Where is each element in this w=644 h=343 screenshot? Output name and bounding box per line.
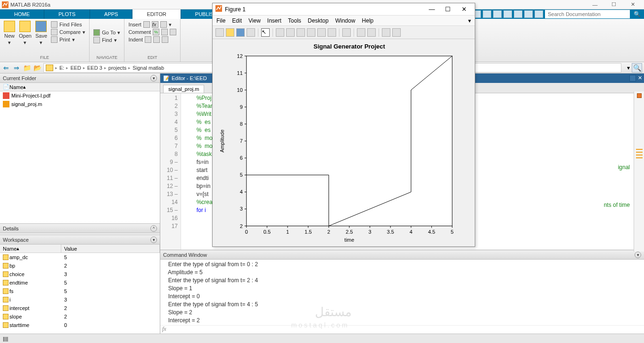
m-file-icon <box>3 101 9 107</box>
maximize-button[interactable]: ☐ <box>604 0 623 9</box>
menu-view[interactable]: View <box>248 17 261 24</box>
search-path-icon[interactable]: 🔍 <box>632 63 642 73</box>
pan-icon[interactable] <box>297 28 305 37</box>
insert-button[interactable]: Insert fx▾ <box>128 21 176 28</box>
legend-icon[interactable] <box>367 28 376 37</box>
ws-name-col[interactable]: Name ▴ <box>0 245 61 253</box>
tab-editor[interactable]: EDITOR <box>132 9 181 19</box>
print-button[interactable]: Print ▾ <box>51 36 85 43</box>
help-icon[interactable] <box>524 10 533 18</box>
open-button[interactable]: Open▾ <box>19 21 32 46</box>
open-figure-icon[interactable] <box>226 28 234 37</box>
tab-plots[interactable]: PLOTS <box>44 9 90 19</box>
print-figure-icon[interactable] <box>247 28 255 37</box>
goto-button[interactable]: Go To ▾ <box>93 29 120 36</box>
copy-icon[interactable] <box>483 10 491 18</box>
new-button[interactable]: New▾ <box>4 21 15 46</box>
minimize-button[interactable]: — <box>586 0 604 9</box>
figure-title: Figure 1 <box>225 6 424 13</box>
file-item[interactable]: signal_proj.m <box>0 100 160 108</box>
svg-text:8: 8 <box>240 121 243 127</box>
menu-dropdown-icon[interactable]: ▾ <box>468 17 471 24</box>
workspace-row[interactable]: fs5 <box>0 287 160 295</box>
svg-text:2.5: 2.5 <box>346 229 353 235</box>
tab-apps[interactable]: APPS <box>90 9 132 19</box>
save-button[interactable]: Save▾ <box>35 21 47 46</box>
up-folder-icon[interactable]: 📁 <box>23 64 31 72</box>
hide-tools-icon[interactable] <box>382 28 390 37</box>
rotate-icon[interactable] <box>307 28 315 37</box>
brush-icon[interactable] <box>328 28 336 37</box>
workspace-row[interactable]: endtime5 <box>0 278 160 287</box>
panel-expand-icon[interactable]: ^ <box>150 225 157 232</box>
datatip-icon[interactable] <box>317 28 326 37</box>
matlab-icon <box>2 1 8 8</box>
workspace-row[interactable]: amp_dc5 <box>0 253 160 261</box>
svg-text:5: 5 <box>240 172 243 178</box>
workspace-row[interactable]: slope2 <box>0 312 160 321</box>
workspace-row[interactable]: intercept2 <box>0 304 160 312</box>
dropdown-icon[interactable]: ▾ <box>627 65 630 71</box>
save-figure-icon[interactable] <box>236 28 245 37</box>
menu-file[interactable]: File <box>216 17 225 24</box>
dock-icon[interactable] <box>392 28 401 37</box>
editor-close-icon[interactable]: ✕ <box>638 75 642 82</box>
menu-insert[interactable]: Insert <box>267 17 281 24</box>
busy-indicator-icon: |||| <box>3 336 8 342</box>
panel-menu-icon[interactable]: ▾ <box>635 252 641 258</box>
svg-text:2: 2 <box>240 223 243 229</box>
menu-tools[interactable]: Tools <box>288 17 301 24</box>
workspace-row[interactable]: bp2 <box>0 261 160 270</box>
name-column-header[interactable]: 📄 Name ▴ <box>0 83 160 91</box>
figure-window[interactable]: Figure 1 — ☐ ✕ File Edit View Insert Too… <box>212 3 475 247</box>
browse-icon[interactable]: 📂 <box>33 64 41 72</box>
comment-button[interactable]: Comment % <box>128 28 176 36</box>
svg-text:2: 2 <box>327 229 330 235</box>
menu-help[interactable]: Help <box>362 17 374 24</box>
svg-text:0.5: 0.5 <box>264 229 271 235</box>
menu-edit[interactable]: Edit <box>232 17 242 24</box>
new-figure-icon[interactable] <box>215 28 224 37</box>
pointer-icon[interactable]: ↖ <box>261 28 270 37</box>
menu-desktop[interactable]: Desktop <box>308 17 329 24</box>
tab-home[interactable]: HOME <box>0 9 44 19</box>
ws-value-col[interactable]: Value <box>61 245 160 253</box>
compare-button[interactable]: Compare ▾ <box>51 28 85 36</box>
workspace-row[interactable]: i3 <box>0 295 160 304</box>
zoom-out-icon[interactable] <box>286 28 295 37</box>
panel-menu-icon[interactable]: ▾ <box>150 75 157 82</box>
editor-tab[interactable]: signal_proj.m <box>163 85 204 93</box>
fx-prompt[interactable]: fx <box>160 325 644 334</box>
close-button[interactable]: ✕ <box>623 0 642 9</box>
back-button[interactable]: ⇐ <box>2 64 10 72</box>
figure-axes[interactable]: 00.511.522.533.544.5523456789101112Signa… <box>213 39 475 246</box>
indent-button[interactable]: Indent <box>128 36 176 43</box>
workspace-header: Workspace▾ <box>0 235 160 245</box>
search-documentation-input[interactable] <box>545 10 630 18</box>
forward-button[interactable]: ⇒ <box>12 64 21 72</box>
figure-titlebar[interactable]: Figure 1 — ☐ ✕ <box>213 3 475 16</box>
figure-minimize-button[interactable]: — <box>424 4 440 15</box>
workspace-row[interactable]: choice3 <box>0 270 160 278</box>
colorbar-icon[interactable] <box>357 28 365 37</box>
editor-maximize-icon[interactable] <box>629 75 636 82</box>
svg-text:time: time <box>345 237 355 243</box>
link-icon[interactable] <box>342 28 351 37</box>
menu-window[interactable]: Window <box>335 17 355 24</box>
file-item[interactable]: Mini-Project-I.pdf <box>0 91 160 100</box>
figure-close-button[interactable]: ✕ <box>456 4 472 15</box>
redo-icon[interactable] <box>514 10 522 18</box>
panel-menu-icon[interactable]: ▾ <box>150 237 157 243</box>
search-button[interactable]: 🔍 <box>632 10 642 18</box>
paste-icon[interactable] <box>493 10 502 18</box>
undo-icon[interactable] <box>504 10 512 18</box>
layout-icon[interactable] <box>535 10 543 18</box>
findfiles-button[interactable]: Find Files <box>51 21 85 28</box>
find-button[interactable]: Find ▾ <box>93 36 120 44</box>
zoom-in-icon[interactable] <box>276 28 284 37</box>
workspace-row[interactable]: starttime0 <box>0 321 160 329</box>
svg-text:5: 5 <box>451 229 454 235</box>
svg-text:3: 3 <box>369 229 372 235</box>
figure-maximize-button[interactable]: ☐ <box>440 4 456 15</box>
svg-text:1: 1 <box>286 229 289 235</box>
